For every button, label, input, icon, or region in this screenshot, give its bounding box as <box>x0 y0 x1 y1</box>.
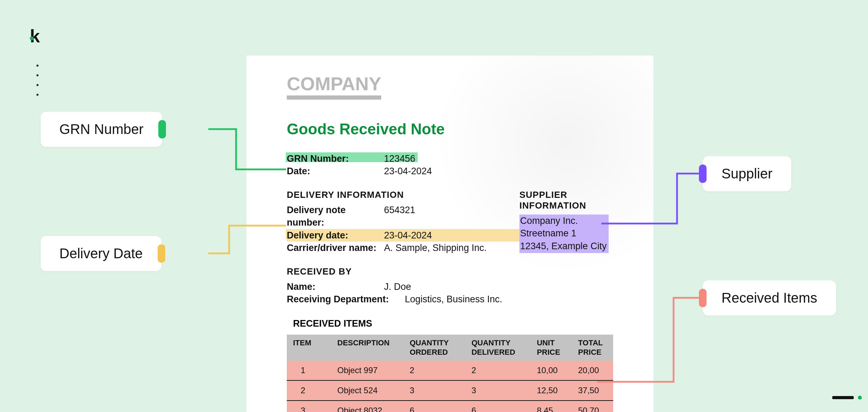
grn-number-value: 123456 <box>384 152 629 165</box>
callout-delivery-date: Delivery Date <box>41 236 161 271</box>
table-row: 3Object 8032668,4550,70 <box>287 401 613 412</box>
document-sheet: COMPANY Goods Received Note GRN Number: … <box>247 56 653 412</box>
date-value: 23-04-2024 <box>384 165 629 177</box>
delivery-date-label: Delivery date: <box>287 229 384 242</box>
company-wordmark: COMPANY <box>287 73 381 100</box>
col-item: ITEM <box>287 335 331 361</box>
table-row: 1Object 9972210,0020,00 <box>287 361 613 380</box>
grn-number-label: GRN Number: <box>287 152 384 165</box>
callout-grn-number: GRN Number <box>41 112 162 147</box>
supplier-info-heading: SUPPLIER INFORMATION <box>519 190 629 211</box>
carrier-value: A. Sample, Shipping Inc. <box>384 242 519 254</box>
supplier-line3: 12345, Example City <box>520 240 607 252</box>
callout-received-items: Received Items <box>703 280 836 316</box>
table-row: 2Object 5243312,5037,50 <box>287 380 613 401</box>
delivery-note-label: Delivery note number: <box>287 204 384 229</box>
col-total-price: TOTALPRICE <box>572 335 613 361</box>
document-title: Goods Received Note <box>287 120 629 138</box>
col-qty-delivered: QUANTITYDELIVERED <box>465 335 531 361</box>
delivery-date-value: 23-04-2024 <box>384 229 519 242</box>
received-name-label: Name: <box>287 280 384 293</box>
delivery-note-value: 654321 <box>384 204 519 229</box>
supplier-line1: Company Inc. <box>520 215 607 227</box>
delivery-info-heading: DELIVERY INFORMATION <box>287 190 519 200</box>
received-dept-label: Receiving Department: <box>287 293 405 305</box>
carrier-label: Carrier/driver name: <box>287 242 391 254</box>
received-dept-value: Logistics, Business Inc. <box>405 293 629 305</box>
decorative-dots-icon <box>36 65 39 96</box>
received-by-heading: RECEIVED BY <box>287 266 629 277</box>
decorative-dash-icon <box>832 396 862 400</box>
received-name-value: J. Doe <box>384 280 629 293</box>
supplier-line2: Streetname 1 <box>520 227 607 239</box>
supplier-block: Company Inc. Streetname 1 12345, Example… <box>519 215 609 253</box>
callout-supplier: Supplier <box>703 156 791 191</box>
col-unit-price: UNITPRICE <box>531 335 572 361</box>
received-items-heading: RECEIVED ITEMS <box>293 318 629 329</box>
brand-logo: k <box>30 27 39 45</box>
col-description: DESCRIPTION <box>331 335 403 361</box>
items-table: ITEM DESCRIPTION QUANTITYORDERED QUANTIT… <box>287 335 613 412</box>
col-qty-ordered: QUANTITYORDERED <box>403 335 465 361</box>
date-label: Date: <box>287 165 384 177</box>
